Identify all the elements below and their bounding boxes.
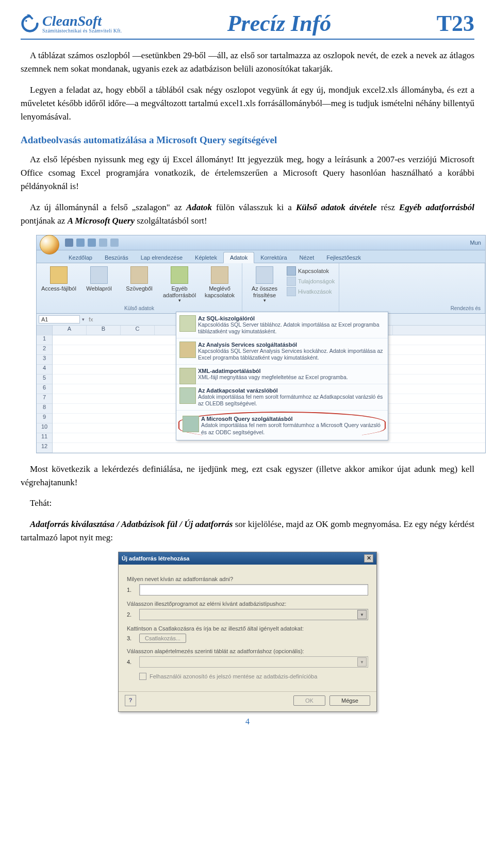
tab-kezdolap[interactable]: Kezdőlap [62, 252, 98, 263]
dialog-titlebar: Új adatforrás létrehozása ✕ [119, 552, 376, 565]
paragraph: Most következik a lekérdezés definiálása… [21, 463, 474, 490]
driver-select[interactable]: ▼ [139, 609, 368, 620]
chevron-down-icon: ▼ [357, 657, 367, 667]
ok-button[interactable]: OK [293, 695, 325, 706]
cancel-button[interactable]: Mégse [329, 695, 370, 706]
chevron-down-icon: ▼ [357, 610, 367, 619]
question-1: Milyen nevet kíván az adatforrásnak adni… [127, 576, 368, 582]
btn-tulajdonsagok[interactable]: Tulajdonságok [287, 277, 335, 286]
row-header[interactable]: 8 [37, 404, 52, 414]
row-header[interactable]: 6 [37, 384, 52, 394]
row-header[interactable]: 3 [37, 355, 52, 365]
step-number: 1. [127, 587, 134, 593]
name-box[interactable]: A1 [39, 315, 80, 324]
qat-save-icon[interactable] [65, 239, 73, 247]
row-header[interactable]: 7 [37, 394, 52, 404]
qat-redo-icon[interactable] [88, 239, 96, 247]
tab-adatok[interactable]: Adatok [223, 252, 254, 263]
paragraph: Tehát: [21, 497, 474, 510]
row-header[interactable]: 4 [37, 365, 52, 375]
paragraph: Az első lépésben nyissunk meg egy új Exc… [21, 153, 474, 194]
btn-hivatkozasok[interactable]: Hivatkozások [287, 287, 335, 296]
help-button[interactable]: ? [125, 695, 136, 706]
tab-korrektura[interactable]: Korrektúra [254, 252, 293, 263]
tab-nezet[interactable]: Nézet [293, 252, 321, 263]
row-header[interactable]: 1 [37, 335, 52, 345]
ribbon: Access-fájlból Weblapról Szövegből Egyéb… [37, 263, 485, 313]
ribbon-group-kapcsolatok: Az összes frissítése▾ Kapcsolatok Tulajd… [242, 263, 339, 313]
paragraph: Adatforrás kiválasztása / Adatbázisok fü… [21, 518, 474, 545]
svg-point-0 [25, 20, 27, 22]
close-button[interactable]: ✕ [364, 554, 373, 563]
document-title: Precíz Infó [227, 10, 332, 37]
row-header[interactable]: 11 [37, 433, 52, 443]
datasource-icon [179, 387, 196, 404]
qat-icon[interactable] [110, 239, 119, 247]
save-credentials-checkbox[interactable]: Felhasználói azonosító és jelszó mentése… [139, 673, 368, 680]
dd-item-xml[interactable]: XML-adatimportálásból XML-fájl megnyitás… [176, 365, 388, 384]
paragraph: A táblázat számos oszlopból —esetünkben … [21, 49, 474, 76]
row-header[interactable]: 10 [37, 423, 52, 433]
btn-kapcsolatok[interactable]: Kapcsolatok [287, 266, 335, 276]
btn-access-fajlbol[interactable]: Access-fájlból [41, 266, 77, 303]
tab-beszuras[interactable]: Beszúrás [98, 252, 135, 263]
page-header: CleanSoft Számítástechnikai és Számvitel… [21, 10, 474, 40]
excel-titlebar: Mun [37, 235, 485, 250]
row-header[interactable]: 9 [37, 414, 52, 423]
dd-item-analysis[interactable]: Az Analysis Services szolgáltatásból Kap… [176, 338, 388, 365]
row-header[interactable]: 5 [37, 375, 52, 384]
dropdown-icon[interactable]: ▾ [82, 317, 85, 322]
ribbon-group-rendezes: Rendezés és [339, 263, 485, 313]
fx-icon[interactable]: fx [89, 316, 93, 322]
ribbon-group-kulso-adatok: Access-fájlból Weblapról Szövegből Egyéb… [37, 263, 242, 313]
qat-icon[interactable] [99, 239, 107, 247]
tab-lap-elrendezese[interactable]: Lap elrendezése [135, 252, 189, 263]
group-label: Külső adatok [41, 305, 238, 311]
step-number: 2. [127, 611, 134, 618]
question-2: Válasszon illesztőprogramot az elérni kí… [127, 601, 368, 607]
paragraph: Az új állománynál a felső „szalagon" az … [21, 201, 474, 228]
chevron-down-icon: ▾ [178, 298, 181, 303]
question-3: Kattintson a Csatlakozásra és írja be az… [127, 625, 368, 632]
connect-button[interactable]: Csatlakozás... [139, 634, 186, 643]
col-header[interactable]: C [121, 326, 155, 335]
dd-item-sql[interactable]: Az SQL-kiszolgálóról Kapcsolódás SQL Ser… [176, 312, 388, 338]
tab-fejlesztoeszk[interactable]: Fejlesztőeszk [320, 252, 367, 263]
datasource-icon [179, 315, 196, 332]
brand-subtitle: Számítástechnikai és Számviteli Kft. [42, 28, 122, 33]
col-header[interactable]: B [87, 326, 121, 335]
checkbox-icon [139, 673, 146, 680]
datasource-icon [179, 368, 196, 384]
tab-kepletek[interactable]: Képletek [189, 252, 223, 263]
window-title-frag: Mun [470, 240, 485, 246]
brand-logo: CleanSoft Számítástechnikai és Számvitel… [21, 14, 122, 33]
ribbon-tabbar: Kezdőlap Beszúrás Lap elrendezése Képlet… [37, 250, 485, 263]
excel-screenshot: Mun Kezdőlap Beszúrás Lap elrendezése Ké… [36, 235, 486, 453]
datasource-name-input[interactable] [139, 584, 368, 595]
document-code: T23 [437, 10, 474, 37]
btn-szovegbol[interactable]: Szövegből [121, 266, 157, 303]
page-number: 4 [21, 717, 474, 726]
datasource-icon [183, 416, 199, 432]
qat-undo-icon[interactable] [76, 239, 85, 247]
dd-item-adatkapcsolat[interactable]: Az Adatkapcsolat varázslóból Adatok impo… [176, 384, 388, 411]
btn-az-osszes-frissitese[interactable]: Az összes frissítése▾ [246, 266, 283, 311]
new-datasource-dialog: Új adatforrás létrehozása ✕ Milyen nevet… [118, 552, 377, 712]
section-heading: Adatbeolvasás automatizálása a Microsoft… [21, 134, 474, 146]
paragraph: Legyen a feladat az, hogy ebből a tábláb… [21, 83, 474, 124]
btn-egyeb-adatforrasbol[interactable]: Egyéb adatforrásból▾ [161, 266, 197, 303]
btn-meglevo-kapcsolatok[interactable]: Meglévő kapcsolatok [202, 266, 238, 303]
select-all-corner[interactable] [37, 326, 52, 335]
col-header[interactable]: A [53, 326, 87, 335]
row-header[interactable]: 2 [37, 345, 52, 355]
default-table-select[interactable]: ▼ [139, 656, 368, 668]
brand-name: CleanSoft [42, 14, 122, 28]
egyeb-adatforras-dropdown: Az SQL-kiszolgálóról Kapcsolódás SQL Ser… [176, 312, 388, 440]
btn-weblaprol[interactable]: Weblapról [81, 266, 117, 303]
chevron-down-icon: ▾ [263, 298, 266, 303]
group-label: Rendezés és [343, 305, 481, 311]
row-header[interactable]: 12 [37, 443, 52, 453]
step-number: 3. [127, 635, 134, 641]
dd-item-ms-query[interactable]: A Microsoft Query szolgáltatásból Adatok… [178, 412, 386, 438]
dialog-title-text: Új adatforrás létrehozása [122, 555, 189, 561]
